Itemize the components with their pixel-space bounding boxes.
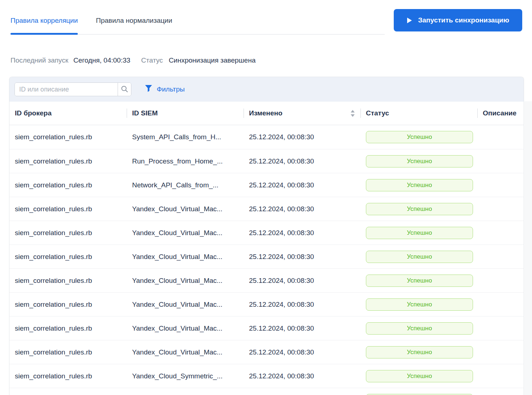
- cell-modified: 25.12.2024, 00:08:30: [244, 301, 360, 309]
- column-header-modified-label: Изменено: [249, 109, 282, 117]
- table-row[interactable]: siem_correlation_rules.rb Yandex_Cloud_V…: [9, 268, 524, 292]
- cell-siem-id: Yandex_Cloud_Virtual_Mac...: [127, 253, 244, 261]
- status-badge: Успешно: [366, 298, 473, 311]
- cell-status: Успешно: [360, 346, 477, 358]
- table-toolbar: Фильтры: [9, 77, 524, 102]
- table-row[interactable]: siem_correlation_rules.rb Yandex_Cloud_V…: [9, 340, 524, 364]
- cell-modified: 25.12.2024, 00:08:30: [244, 372, 360, 380]
- cell-siem-id: Yandex_Cloud_Virtual_Mac...: [127, 324, 244, 332]
- cell-siem-id: Yandex_Cloud_Virtual_Mac...: [127, 277, 244, 285]
- cell-status: Успешно: [360, 275, 477, 287]
- table-row[interactable]: siem_correlation_rules.rb Yandex_Cloud_S…: [9, 364, 524, 388]
- cell-status: Успешно: [360, 131, 477, 143]
- sort-arrows-icon[interactable]: [350, 110, 355, 117]
- cell-modified: 25.12.2024, 00:08:30: [244, 253, 360, 261]
- magnifier-icon: [121, 85, 128, 94]
- cell-broker-id: siem_correlation_rules.rb: [9, 277, 127, 285]
- cell-siem-id: System_API_Calls_from_H...: [127, 133, 244, 141]
- sync-rules-page: Правила корреляции Правила нормализации …: [0, 0, 532, 395]
- cell-broker-id: siem_correlation_rules.rb: [9, 301, 127, 309]
- cell-siem-id: Yandex_Cloud_Virtual_Mac...: [127, 301, 244, 309]
- cell-broker-id: siem_correlation_rules.rb: [9, 372, 127, 380]
- cell-modified: 25.12.2024, 00:08:30: [244, 324, 360, 332]
- table-row[interactable]: siem_correlation_rules.rb Yandex_Cloud_V…: [9, 245, 524, 268]
- cell-modified: 25.12.2024, 00:08:30: [244, 181, 360, 189]
- column-header-broker-id: ID брокера: [9, 102, 127, 125]
- cell-status: Успешно: [360, 251, 477, 263]
- column-header-siem-id: ID SIEM: [127, 102, 244, 125]
- column-header-description: Описание: [477, 102, 524, 125]
- table-row[interactable]: Успешно: [9, 388, 524, 395]
- status-badge: Успешно: [366, 203, 473, 215]
- status-badge: Успешно: [366, 155, 473, 167]
- table-row[interactable]: siem_correlation_rules.rb Yandex_Cloud_V…: [9, 221, 524, 245]
- cell-modified: 25.12.2024, 00:08:30: [244, 157, 360, 165]
- cell-status: Успешно: [360, 370, 477, 382]
- column-header-modified[interactable]: Изменено: [244, 102, 360, 125]
- table-row[interactable]: siem_correlation_rules.rb Yandex_Cloud_V…: [9, 316, 524, 340]
- cell-broker-id: siem_correlation_rules.rb: [9, 229, 127, 237]
- cell-broker-id: siem_correlation_rules.rb: [9, 253, 127, 261]
- funnel-icon: [145, 85, 152, 94]
- cell-siem-id: Network_API_Calls_from_...: [127, 181, 244, 189]
- table-body: siem_correlation_rules.rb System_API_Cal…: [9, 125, 524, 395]
- cell-status: Успешно: [360, 227, 477, 239]
- search-button[interactable]: [118, 83, 131, 96]
- status-badge: Успешно: [366, 346, 473, 358]
- cell-modified: 25.12.2024, 00:08:30: [244, 348, 360, 356]
- status-badge: Успешно: [366, 227, 473, 239]
- rules-table-panel: Фильтры ID брокера ID SIEM Изменено Стат…: [9, 77, 524, 395]
- cell-modified: 25.12.2024, 00:08:30: [244, 277, 360, 285]
- table-row[interactable]: siem_correlation_rules.rb Run_Process_fr…: [9, 149, 524, 173]
- status-badge: Успешно: [366, 251, 473, 263]
- status-badge: Успешно: [366, 322, 473, 335]
- filters-button[interactable]: Фильтры: [145, 85, 185, 94]
- cell-siem-id: Yandex_Cloud_Symmetric_...: [127, 372, 244, 380]
- cell-modified: 25.12.2024, 00:08:30: [244, 133, 360, 141]
- play-icon: [407, 17, 412, 24]
- cell-status: Успешно: [360, 394, 477, 395]
- cell-broker-id: siem_correlation_rules.rb: [9, 181, 127, 189]
- cell-siem-id: Yandex_Cloud_Virtual_Mac...: [127, 348, 244, 356]
- cell-status: Успешно: [360, 155, 477, 167]
- run-sync-button[interactable]: Запустить синхронизацию: [394, 9, 522, 31]
- cell-status: Успешно: [360, 298, 477, 311]
- filters-label: Фильтры: [157, 85, 185, 93]
- tab-bar: Правила корреляции Правила нормализации: [10, 0, 385, 35]
- status-bar: Последний запуск Сегодня, 04:00:33 Стату…: [10, 56, 256, 65]
- column-header-status: Статус: [360, 102, 477, 125]
- cell-modified: 25.12.2024, 00:08:30: [244, 205, 360, 213]
- table-row[interactable]: siem_correlation_rules.rb Yandex_Cloud_V…: [9, 292, 524, 316]
- status-badge: Успешно: [366, 179, 473, 191]
- search-box: [14, 82, 131, 96]
- last-run-label: Последний запуск: [10, 56, 68, 64]
- status-value: Синхронизация завершена: [169, 56, 256, 64]
- status-badge: Успешно: [366, 275, 473, 287]
- tab-correlation-rules[interactable]: Правила корреляции: [10, 0, 78, 34]
- cell-status: Успешно: [360, 322, 477, 335]
- table-row[interactable]: siem_correlation_rules.rb Yandex_Cloud_V…: [9, 197, 524, 221]
- cell-broker-id: siem_correlation_rules.rb: [9, 157, 127, 165]
- table-row[interactable]: siem_correlation_rules.rb Network_API_Ca…: [9, 173, 524, 197]
- scroll-gutter: [524, 101, 532, 395]
- cell-status: Успешно: [360, 179, 477, 191]
- status-badge: Успешно: [366, 131, 473, 143]
- tab-normalization-rules[interactable]: Правила нормализации: [96, 0, 172, 34]
- cell-broker-id: siem_correlation_rules.rb: [9, 133, 127, 141]
- status-badge: Успешно: [366, 370, 473, 382]
- status-badge: Успешно: [366, 394, 473, 395]
- cell-status: Успешно: [360, 203, 477, 215]
- cell-modified: 25.12.2024, 00:08:30: [244, 229, 360, 237]
- last-run-value: Сегодня, 04:00:33: [73, 56, 130, 64]
- status-label: Статус: [141, 56, 163, 64]
- cell-siem-id: Run_Process_from_Home_...: [127, 157, 244, 165]
- run-sync-label: Запустить синхронизацию: [418, 16, 509, 24]
- cell-broker-id: siem_correlation_rules.rb: [9, 348, 127, 356]
- cell-broker-id: siem_correlation_rules.rb: [9, 205, 127, 213]
- table-row[interactable]: siem_correlation_rules.rb System_API_Cal…: [9, 125, 524, 149]
- cell-broker-id: siem_correlation_rules.rb: [9, 324, 127, 332]
- search-input[interactable]: [15, 83, 118, 96]
- cell-siem-id: Yandex_Cloud_Virtual_Mac...: [127, 229, 244, 237]
- cell-siem-id: Yandex_Cloud_Virtual_Mac...: [127, 205, 244, 213]
- table-header: ID брокера ID SIEM Изменено Статус Описа…: [9, 102, 524, 125]
